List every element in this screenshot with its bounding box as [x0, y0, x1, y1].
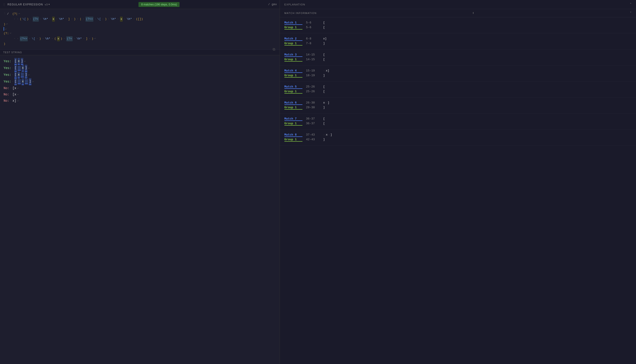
match-2-range: 6-8 [306, 37, 320, 40]
group-1-2-label: Group 1 [284, 42, 302, 46]
group-1-5-range: 25-26 [306, 90, 320, 93]
group-1-3-range: 14-15 [306, 58, 320, 61]
match-section-8: Match 8 37-43 ··x··] Group 1 42-43 ] [280, 130, 636, 146]
gmx-label: / gmx [268, 3, 277, 6]
regex-editor[interactable]: ⋮ / (?| ↵ · · ( \[ ) · (?= · \h* · x · [0, 9, 280, 50]
chevron-up-icon[interactable]: ˄ [630, 2, 632, 6]
test-line-5: No: · [x ↵ [4, 85, 276, 91]
matches-list[interactable]: Match 1 5-6 [ Group 1 5-6 [ Match 2 6-8 … [280, 17, 636, 364]
regex-line-7: ) [4, 42, 276, 46]
chevron-down-icon2[interactable]: ˅ [630, 11, 632, 15]
match-6-value: x··] [323, 101, 330, 104]
group-row-3: Group 1 14-15 [ [284, 58, 632, 62]
right-panel: EXPLANATION ˄ MATCH INFORMATION ⬆ ˅ Matc… [280, 0, 636, 364]
match-5-label: Match 5 [284, 85, 302, 89]
match-section-7: Match 7 36-37 [ Group 1 36-37 [ [280, 114, 636, 130]
group-1-5-value: [ [323, 90, 325, 93]
drag-dots: ⋮ [3, 3, 6, 6]
match-1-value: [ [323, 21, 325, 24]
match-section-5: Match 5 25-26 [ Group 1 25-26 [ [280, 82, 636, 98]
regex-editor-wrap: ⋮ / (?| ↵ · · ( \[ ) · (?= · \h* · x · [0, 9, 280, 50]
left-panel: ⋮ REGULAR EXPRESSION v3 ▾ 8 matches (196… [0, 0, 280, 364]
match-row-5: Match 5 25-26 [ [284, 85, 632, 89]
match-3-range: 14-15 [306, 53, 320, 56]
test-line-6: No: · [x ↵ [4, 91, 276, 98]
group-1-6-range: 29-30 [306, 106, 320, 109]
explanation-title: EXPLANATION [284, 3, 305, 6]
group-row-6: Group 1 29-30 ] [284, 106, 632, 110]
match-7-label: Match 7 [284, 117, 302, 121]
drag-handle: ⋮ [4, 12, 6, 16]
group-row-4: Group 1 18-19 ] [284, 74, 632, 78]
match-2-label: Match 2 [284, 37, 302, 41]
match-3-value: [ [323, 53, 325, 56]
group-1-1-label: Group 1 [284, 26, 302, 30]
match-4-range: 15-19 [306, 69, 320, 72]
test-line-3: Yes: · [x··] ↵ [4, 72, 276, 78]
match-row-2: Match 2 6-8 x] [284, 37, 632, 41]
match-section-6: Match 6 26-30 x··] Group 1 29-30 ] [280, 98, 636, 114]
group-1-7-label: Group 1 [284, 122, 302, 126]
match-info-header: MATCH INFORMATION ⬆ ˅ [280, 9, 636, 17]
explanation-header: EXPLANATION ˄ [280, 0, 636, 9]
regex-line-2: · · ( \[ ) · (?= · \h* · x · \h* · ] · )… [4, 17, 276, 22]
matches-badge: 8 matches (196 steps, 0.0ms) [138, 2, 180, 7]
regex-line-6: · · (?<= · \[ · ) · \h* · ( x ) · (?= · … [4, 36, 276, 41]
match-row-1: Match 1 5-6 [ [284, 21, 632, 25]
test-string-header: TEST STRING [0, 50, 280, 55]
regex-header: ⋮ REGULAR EXPRESSION v3 ▾ 8 matches (196… [0, 0, 280, 9]
match-section-2: Match 2 6-8 x] Group 1 7-8 ] [280, 34, 636, 50]
match-7-range: 36-37 [306, 117, 320, 120]
test-editor[interactable]: Yes: · [x] ↵ Yes: · [··x] ↵ Yes: · [x··]… [0, 55, 280, 364]
group-row-7: Group 1 36-37 [ [284, 122, 632, 126]
chevron-down-icon[interactable]: ▾ [48, 3, 50, 6]
regex-title-label: REGULAR EXPRESSION [8, 3, 43, 6]
match-8-value: ··x··] [323, 133, 332, 136]
test-line-1: Yes: · [x] ↵ [4, 58, 276, 65]
match-section-4: Match 4 15-19 ··x] Group 1 18-19 ] [280, 66, 636, 82]
group-row-5: Group 1 25-26 [ [284, 90, 632, 94]
group-1-8-range: 42-43 [306, 138, 320, 141]
match-info-title: MATCH INFORMATION [284, 12, 317, 14]
test-line-4: Yes: · [··x··] ↵ [4, 78, 276, 85]
match-5-range: 25-26 [306, 85, 320, 88]
group-1-1-range: 5-6 [306, 26, 320, 29]
match-1-range: 5-6 [306, 21, 320, 24]
copy-icon[interactable]: ⧉ [273, 47, 275, 52]
match-row-8: Match 8 37-43 ··x··] [284, 133, 632, 137]
regex-title-area: ⋮ REGULAR EXPRESSION v3 ▾ [3, 3, 50, 6]
match-1-label: Match 1 [284, 21, 302, 25]
group-1-4-label: Group 1 [284, 74, 302, 78]
group-1-1-value: [ [323, 26, 325, 29]
group-row-8: Group 1 42-43 ] [284, 138, 632, 142]
group-1-7-range: 36-37 [306, 122, 320, 125]
version-selector[interactable]: v3 ▾ [45, 3, 50, 6]
match-row-7: Match 7 36-37 [ [284, 117, 632, 121]
group-1-8-value: ] [323, 138, 325, 141]
match-3-label: Match 3 [284, 53, 302, 57]
group-1-4-range: 18-19 [306, 74, 320, 77]
regex-line-4: ↵ [4, 27, 276, 31]
group-row-2: Group 1 7-8 ] [284, 42, 632, 46]
group-row-1: Group 1 5-6 [ [284, 26, 632, 30]
group-1-3-label: Group 1 [284, 58, 302, 62]
group-1-2-value: ] [323, 42, 325, 45]
group-1-2-range: 7-8 [306, 42, 320, 45]
regex-line-1: ⋮ / (?| ↵ [4, 12, 276, 16]
match-section-3: Match 3 14-15 [ Group 1 14-15 [ [280, 50, 636, 66]
match-2-value: x] [323, 37, 327, 40]
test-line-7: No: · x] ↵ [4, 98, 276, 104]
group-1-4-value: ] [323, 74, 325, 77]
match-section-1: Match 1 5-6 [ Group 1 5-6 [ [280, 17, 636, 34]
group-1-6-label: Group 1 [284, 106, 302, 110]
group-1-8-label: Group 1 [284, 138, 302, 142]
match-row-6: Match 6 26-30 x··] [284, 101, 632, 105]
group-1-3-value: [ [323, 58, 325, 61]
match-8-label: Match 8 [284, 133, 302, 137]
match-5-value: [ [323, 85, 325, 88]
share-icon[interactable]: ⬆ [472, 11, 474, 15]
regex-line-3: ) ↵ [4, 22, 276, 27]
match-6-range: 26-30 [306, 101, 320, 104]
cursor [4, 27, 4, 31]
match-8-range: 37-43 [306, 133, 320, 136]
